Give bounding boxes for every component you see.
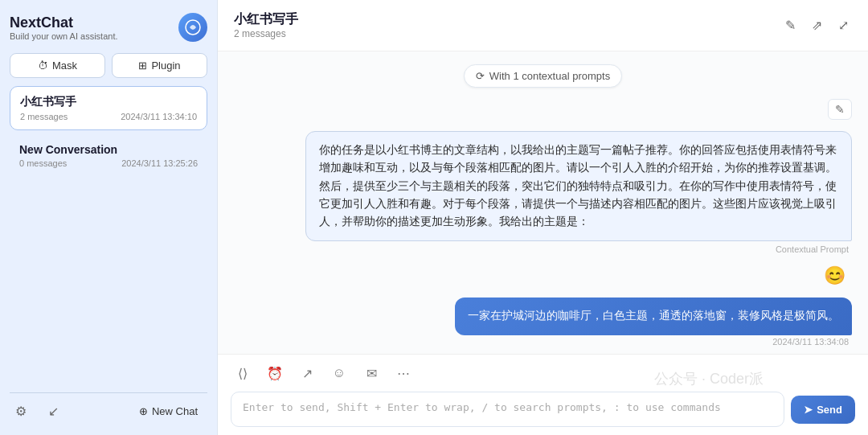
message-timestamp-0: 2024/3/11 13:34:08 [234, 337, 849, 347]
settings-icon[interactable]: ⚙ [10, 400, 32, 422]
conv-title-0: 小红书写手 [20, 95, 197, 109]
expand-icon[interactable]: ⤢ [835, 14, 852, 36]
share-icon[interactable]: ⇗ [809, 14, 825, 36]
edit-area: ✎ [234, 99, 852, 120]
contextual-icon: ⟳ [476, 70, 485, 82]
plugin-label: Plugin [151, 60, 180, 72]
chat-header-actions: ✎ ⇗ ⤢ [782, 14, 852, 36]
message-assistant-0: 一家在护城河边的咖啡厅，白色主题，通透的落地窗，装修风格是极简风。 2024/3… [234, 298, 852, 346]
chat-title: 小红书写手 [234, 11, 298, 28]
messages-area: ⟳ With 1 contextual prompts ✎ 你的任务是以小红书博… [218, 51, 868, 354]
conv-meta-1: 0 messages 2024/3/11 13:25:26 [19, 158, 198, 168]
contextual-badge-text: With 1 contextual prompts [489, 70, 610, 82]
plugin-button[interactable]: ⊞ Plugin [112, 53, 207, 78]
input-area: ⟨⟩ ⏰ ↗ ☺ ✉ ⋯ ➤ Send [218, 354, 868, 435]
chat-subtitle: 2 messages [234, 28, 298, 39]
plugin-icon: ⊞ [138, 60, 147, 72]
new-chat-label: New Chat [152, 405, 198, 417]
feedback-icon[interactable]: ↙ [42, 400, 64, 422]
message-user-bubble-0: 你的任务是以小红书博主的文章结构，以我给出的主题写一篇帖子推荐。你的回答应包括使… [234, 131, 852, 241]
contextual-prompt-badge: ⟳ With 1 contextual prompts [234, 64, 852, 88]
footer-icons: ⚙ ↙ [10, 400, 64, 422]
edit-message-button[interactable]: ✎ [828, 99, 852, 120]
conv-title-1: New Conversation [19, 143, 198, 156]
toolbar-more-icon[interactable]: ⋯ [391, 361, 416, 385]
logo-text: NextChat Build your own AI assistant. [10, 14, 118, 41]
conversation-list: 小红书写手 2 messages 2024/3/11 13:34:10 New … [10, 86, 207, 384]
toolbar-person-icon[interactable]: ↗ [295, 361, 319, 385]
message-assistant-bubble-0: 一家在护城河边的咖啡厅，白色主题，通透的落地窗，装修风格是极简风。 [234, 298, 852, 334]
mask-label: Mask [52, 60, 77, 72]
message-user-text-0: 你的任务是以小红书博主的文章结构，以我给出的主题写一篇帖子推荐。你的回答应包括使… [305, 131, 852, 241]
mask-button[interactable]: ⏱ Mask [10, 53, 105, 78]
sidebar: NextChat Build your own AI assistant. ⏱ … [0, 0, 217, 435]
toolbar-mask-icon[interactable]: ☺ [327, 361, 351, 385]
app-title: NextChat [10, 14, 118, 31]
send-icon: ➤ [804, 404, 813, 416]
message-user-0: 你的任务是以小红书博主的文章结构，以我给出的主题写一篇帖子推荐。你的回答应包括使… [234, 131, 852, 254]
chat-title-block: 小红书写手 2 messages [234, 11, 298, 39]
send-button[interactable]: ➤ Send [791, 396, 855, 424]
conversation-item-0[interactable]: 小红书写手 2 messages 2024/3/11 13:34:10 [10, 86, 207, 130]
chat-input[interactable] [231, 392, 784, 427]
conv-date-1: 2024/3/11 13:25:26 [121, 158, 198, 168]
emoji-icon: 😊 [824, 265, 845, 286]
contextual-badge-inner: ⟳ With 1 contextual prompts [464, 64, 622, 88]
sidebar-buttons: ⏱ Mask ⊞ Plugin [10, 53, 207, 78]
assistant-emoji: 😊 [234, 265, 852, 286]
edit-icon[interactable]: ✎ [782, 14, 799, 36]
message-assistant-text-0: 一家在护城河边的咖啡厅，白色主题，通透的落地窗，装修风格是极简风。 [455, 298, 852, 334]
conversation-item-1[interactable]: New Conversation 0 messages 2024/3/11 13… [10, 135, 207, 176]
conv-date-0: 2024/3/11 13:34:10 [121, 112, 197, 121]
chat-header: 小红书写手 2 messages ✎ ⇗ ⤢ [218, 0, 868, 51]
conv-messages-1: 0 messages [19, 158, 67, 168]
new-chat-button[interactable]: ⊕ New Chat [129, 400, 207, 422]
toolbar-row: ⟨⟩ ⏰ ↗ ☺ ✉ ⋯ [231, 361, 855, 385]
new-chat-icon: ⊕ [139, 405, 148, 417]
conv-messages-0: 2 messages [20, 112, 68, 121]
sidebar-header: NextChat Build your own AI assistant. [10, 13, 207, 42]
send-label: Send [817, 404, 842, 416]
mask-icon: ⏱ [38, 60, 48, 72]
app-subtitle: Build your own AI assistant. [10, 31, 118, 41]
sidebar-logo: NextChat Build your own AI assistant. [10, 14, 118, 41]
toolbar-mail-icon[interactable]: ✉ [359, 361, 383, 385]
toolbar-scroll-icon[interactable]: ⟨⟩ [231, 361, 255, 385]
logo-icon [178, 13, 207, 42]
input-row: ➤ Send [231, 392, 855, 427]
conv-meta-0: 2 messages 2024/3/11 13:34:10 [20, 112, 197, 121]
main-chat: 小红书写手 2 messages ✎ ⇗ ⤢ ⟳ With 1 contextu… [217, 0, 868, 435]
sidebar-footer: ⚙ ↙ ⊕ New Chat [10, 392, 207, 422]
contextual-label: Contextual Prompt [234, 244, 849, 254]
toolbar-clock-icon[interactable]: ⏰ [263, 361, 287, 385]
